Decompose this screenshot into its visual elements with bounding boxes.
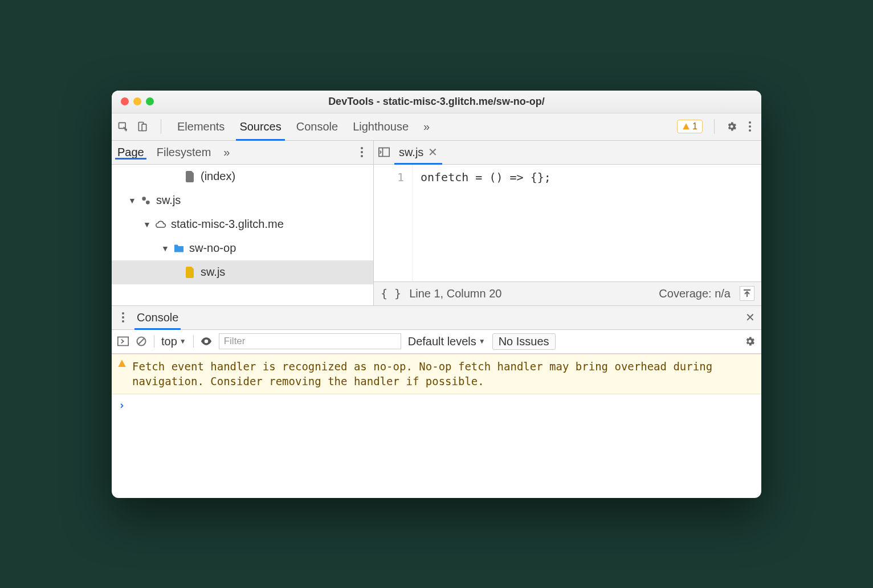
- main-toolbar: Elements Sources Console Lighthouse » 1: [112, 113, 761, 141]
- no-issues-label: No Issues: [499, 335, 549, 348]
- tab-lighthouse[interactable]: Lighthouse: [353, 113, 409, 140]
- document-icon: [185, 171, 196, 182]
- gears-icon: [140, 195, 152, 206]
- close-drawer-icon[interactable]: ✕: [744, 312, 756, 323]
- tabs-overflow-button[interactable]: »: [423, 113, 430, 140]
- tree-label: (index): [201, 170, 235, 183]
- nav-tab-filesystem[interactable]: Filesystem: [157, 146, 211, 159]
- editor-area: sw.js ✕ 1 onfetch = () => {}; { } Line 1…: [374, 141, 761, 305]
- nav-tab-page[interactable]: Page: [117, 146, 144, 159]
- context-selector[interactable]: top ▼: [161, 335, 186, 348]
- divider: [154, 335, 154, 348]
- svg-point-13: [122, 316, 124, 318]
- toggle-sidebar-icon[interactable]: [117, 336, 129, 347]
- editor-tab-swjs[interactable]: sw.js ✕: [397, 141, 440, 164]
- svg-point-7: [361, 151, 363, 153]
- console-warning-row[interactable]: Fetch event handler is recognized as no-…: [112, 354, 761, 394]
- tree-item-domain[interactable]: ▼ static-misc-3.glitch.me: [112, 213, 373, 236]
- line-number: 1: [374, 170, 404, 184]
- tab-console[interactable]: Console: [296, 113, 338, 140]
- tree-label: static-misc-3.glitch.me: [171, 218, 284, 231]
- coverage-label: Coverage: n/a: [659, 287, 731, 300]
- svg-point-10: [146, 201, 150, 205]
- devtools-window: DevTools - static-misc-3.glitch.me/sw-no…: [112, 91, 761, 498]
- js-file-icon: [185, 267, 196, 278]
- tree-item-index[interactable]: (index): [112, 165, 373, 189]
- caret-down-icon: ▼: [129, 196, 136, 205]
- svg-point-8: [361, 155, 363, 157]
- console-log: Fetch event handler is recognized as no-…: [112, 354, 761, 498]
- caret-down-icon: ▼: [144, 220, 150, 229]
- inspect-element-icon[interactable]: [117, 121, 129, 132]
- svg-point-6: [361, 147, 363, 149]
- tree-label: sw.js: [201, 266, 225, 279]
- tab-sources[interactable]: Sources: [239, 113, 281, 140]
- warning-icon: [682, 122, 690, 130]
- close-tab-icon[interactable]: ✕: [428, 145, 438, 159]
- eye-icon[interactable]: [201, 336, 212, 347]
- cursor-position: Line 1, Column 20: [409, 287, 501, 300]
- sources-panel: Page Filesystem » (index) ▼: [112, 141, 761, 306]
- editor-statusbar: { } Line 1, Column 20 Coverage: n/a: [374, 281, 761, 305]
- console-toolbar: top ▼ Filter Default levels ▼ No Issues: [112, 330, 761, 354]
- titlebar: DevTools - static-misc-3.glitch.me/sw-no…: [112, 91, 761, 113]
- console-settings-gear-icon[interactable]: [744, 336, 756, 347]
- warnings-badge[interactable]: 1: [677, 120, 703, 133]
- caret-down-icon: ▼: [162, 244, 169, 253]
- kebab-menu-icon[interactable]: [744, 121, 756, 132]
- warning-message: Fetch event handler is recognized as no-…: [132, 359, 756, 389]
- warning-count: 1: [692, 121, 697, 132]
- chevron-down-icon: ▼: [479, 337, 486, 345]
- panel-tabs: Elements Sources Console Lighthouse »: [177, 113, 430, 140]
- context-label: top: [161, 335, 177, 348]
- filter-placeholder: Filter: [224, 336, 246, 347]
- console-prompt[interactable]: ›: [112, 394, 761, 416]
- pretty-print-icon[interactable]: { }: [381, 287, 401, 300]
- folder-icon: [173, 243, 185, 254]
- editor-tab-label: sw.js: [399, 146, 423, 159]
- navigator-tabs: Page Filesystem »: [112, 141, 373, 165]
- toggle-navigator-icon[interactable]: [378, 146, 390, 158]
- svg-rect-11: [379, 148, 389, 157]
- drawer-tab-console[interactable]: Console: [137, 306, 178, 329]
- navigator-kebab-icon[interactable]: [356, 146, 368, 158]
- levels-label: Default levels: [408, 335, 476, 348]
- log-levels-selector[interactable]: Default levels ▼: [408, 335, 486, 348]
- divider: [193, 335, 194, 348]
- toolbar-divider: [714, 119, 715, 134]
- window-controls: [112, 97, 154, 105]
- svg-rect-2: [142, 124, 146, 131]
- code-content[interactable]: onfetch = () => {};: [413, 165, 761, 281]
- code-editor[interactable]: 1 onfetch = () => {};: [374, 165, 761, 281]
- svg-point-5: [749, 129, 751, 132]
- filter-input[interactable]: Filter: [219, 333, 401, 349]
- svg-point-14: [122, 320, 124, 322]
- svg-point-9: [142, 197, 146, 201]
- close-window-button[interactable]: [121, 97, 129, 105]
- warning-icon: [117, 359, 127, 389]
- nav-tabs-overflow[interactable]: »: [223, 146, 230, 159]
- toolbar-divider: [161, 119, 161, 134]
- cloud-icon: [155, 219, 166, 230]
- svg-point-4: [749, 125, 751, 128]
- tree-label: sw-no-op: [189, 242, 236, 255]
- no-issues-button[interactable]: No Issues: [492, 333, 556, 350]
- tab-elements[interactable]: Elements: [177, 113, 225, 140]
- chevron-down-icon: ▼: [180, 337, 186, 345]
- drawer-kebab-icon[interactable]: [117, 312, 129, 323]
- navigator-panel: Page Filesystem » (index) ▼: [112, 141, 374, 305]
- tree-item-folder[interactable]: ▼ sw-no-op: [112, 236, 373, 260]
- svg-point-12: [122, 312, 124, 315]
- settings-gear-icon[interactable]: [726, 121, 737, 132]
- tree-item-service-worker[interactable]: ▼ sw.js: [112, 189, 373, 213]
- clear-console-icon[interactable]: [136, 336, 147, 347]
- file-tree: (index) ▼ sw.js ▼ static-misc-3.glitch.m…: [112, 165, 373, 305]
- device-toolbar-icon[interactable]: [137, 121, 148, 132]
- editor-tabs: sw.js ✕: [374, 141, 761, 165]
- scroll-to-top-icon[interactable]: [740, 286, 754, 301]
- line-gutter: 1: [374, 165, 413, 281]
- tree-item-file-swjs[interactable]: sw.js: [112, 260, 373, 284]
- zoom-window-button[interactable]: [146, 97, 154, 105]
- minimize-window-button[interactable]: [133, 97, 141, 105]
- drawer-header: Console ✕: [112, 306, 761, 330]
